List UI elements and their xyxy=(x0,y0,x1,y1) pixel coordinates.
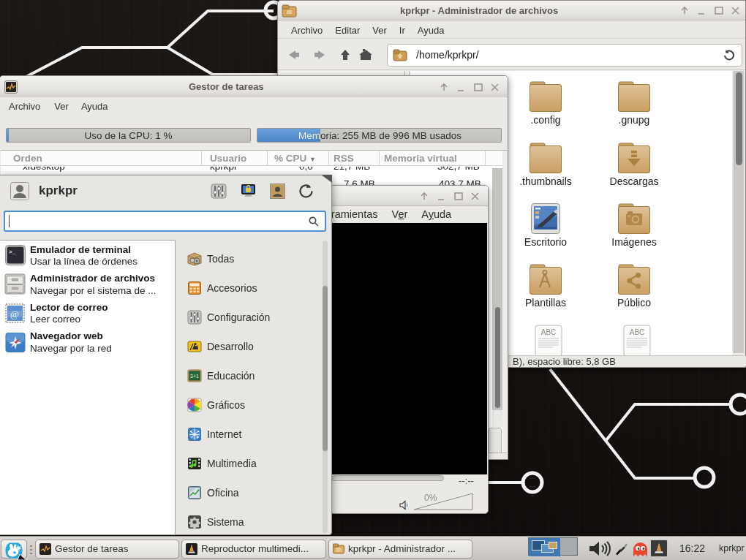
svg-text:3+1: 3+1 xyxy=(190,374,199,379)
svg-text:ABC: ABC xyxy=(630,328,645,336)
svg-text:ABC: ABC xyxy=(541,328,557,336)
